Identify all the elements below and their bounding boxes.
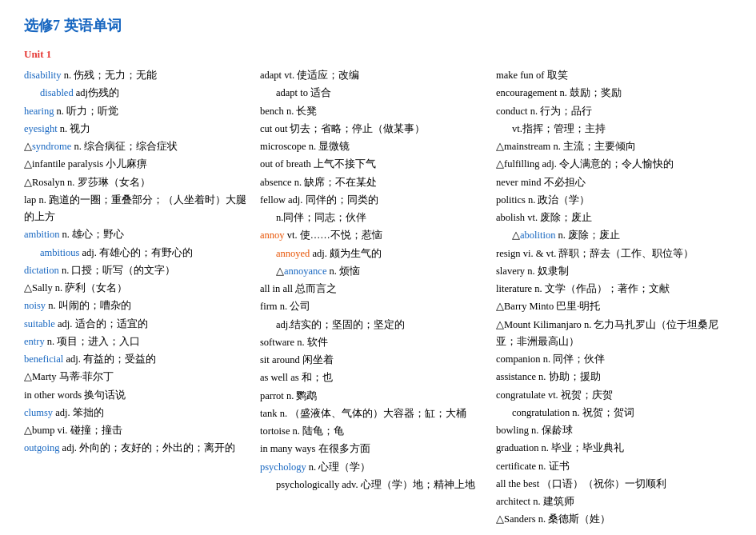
list-item: outgoing adj. 外向的；友好的；外出的；离开的	[24, 440, 252, 457]
list-item: △Mount Kilimanjaro n. 乞力马扎罗山（位于坦桑尼亚；非洲最高…	[496, 317, 724, 351]
list-item: assistance n. 协助；援助	[496, 369, 724, 385]
list-item: conduct n. 行为；品行	[496, 103, 724, 120]
list-item: out of breath 上气不接下气	[260, 156, 488, 173]
list-item: △syndrome n. 综合病征；综合症状	[24, 138, 252, 155]
column-1: disability n. 伤残；无力；无能disabled adj伤残的hea…	[24, 67, 260, 458]
list-item: △annoyance n. 烦恼	[260, 263, 488, 280]
list-item: tortoise n. 陆龟；龟	[260, 423, 488, 440]
list-item: clumsy adj. 笨拙的	[24, 405, 252, 421]
list-item: annoy vt. 使……不悦；惹恼	[260, 227, 488, 244]
list-item: bench n. 长凳	[260, 103, 488, 120]
list-item: resign vi. & vt. 辞职；辞去（工作、职位等）	[496, 246, 724, 262]
list-item: abolish vt. 废除；废止	[496, 210, 724, 226]
list-item: ambition n. 雄心；野心	[24, 226, 252, 243]
list-item: △fulfilling adj. 令人满意的；令人愉快的	[496, 156, 724, 173]
list-item: fellow adj. 同伴的；同类的	[260, 192, 488, 209]
list-item: ambitious adj. 有雄心的；有野心的	[24, 245, 252, 262]
list-item: parrot n. 鹦鹉	[260, 388, 488, 405]
list-item: △infantile paralysis 小儿麻痹	[24, 156, 252, 173]
list-item: companion n. 同伴；伙伴	[496, 351, 724, 368]
list-item: slavery n. 奴隶制	[496, 263, 724, 280]
list-item: adj.结实的；坚固的；坚定的	[260, 317, 488, 333]
list-item: △abolition n. 废除；废止	[496, 227, 724, 244]
list-item: adapt to 适合	[260, 85, 488, 102]
list-item: beneficial adj. 有益的；受益的	[24, 351, 252, 368]
list-item: congratulation n. 祝贺；贺词	[496, 405, 724, 421]
column-3: make fun of 取笑encouragement n. 鼓励；奖励cond…	[496, 67, 732, 529]
list-item: △Sally n. 萨利（女名）	[24, 280, 252, 297]
list-item: psychology n. 心理（学）	[260, 459, 488, 476]
list-item: eyesight n. 视力	[24, 121, 252, 138]
list-item: hearing n. 听力；听觉	[24, 103, 252, 120]
list-item: certificate n. 证书	[496, 458, 724, 475]
list-item: as well as 和；也	[260, 369, 488, 386]
list-item: adapt vt. 使适应；改编	[260, 67, 488, 84]
list-item: firm n. 公司	[260, 298, 488, 315]
list-item: architect n. 建筑师	[496, 493, 724, 510]
list-item: graduation n. 毕业；毕业典礼	[496, 440, 724, 457]
list-item: △bump vi. 碰撞；撞击	[24, 422, 252, 439]
list-item: noisy n. 叫闹的；嘈杂的	[24, 297, 252, 314]
list-item: entry n. 项目；进入；入口	[24, 333, 252, 350]
list-item: △Marty 马蒂·菲尔丁	[24, 369, 252, 385]
list-item: congratulate vt. 祝贺；庆贺	[496, 387, 724, 404]
list-item: never mind 不必担心	[496, 174, 724, 191]
list-item: literature n. 文学（作品）；著作；文献	[496, 281, 724, 297]
list-item: encouragement n. 鼓励；奖励	[496, 85, 724, 102]
list-item: lap n. 跑道的一圈；重叠部分；（人坐着时）大腿的上方	[24, 192, 252, 226]
list-item: microscope n. 显微镜	[260, 138, 488, 155]
list-item: suitable adj. 适合的；适宜的	[24, 316, 252, 333]
content-columns: disability n. 伤残；无力；无能disabled adj伤残的hea…	[24, 67, 732, 529]
list-item: dictation n. 口授；听写（的文字）	[24, 262, 252, 279]
list-item: tank n. （盛液体、气体的）大容器；缸；大桶	[260, 405, 488, 422]
list-item: △Sanders n. 桑德斯（姓）	[496, 511, 724, 528]
list-item: △Barry Minto 巴里·明托	[496, 298, 724, 315]
list-item: sit around 闲坐着	[260, 352, 488, 369]
list-item: absence n. 缺席；不在某处	[260, 174, 488, 191]
list-item: n.同伴；同志；伙伴	[260, 210, 488, 226]
list-item: software n. 软件	[260, 334, 488, 351]
unit-label: Unit 1	[24, 48, 732, 61]
list-item: psychologically adv. 心理（学）地；精神上地	[260, 477, 488, 493]
list-item: vt.指挥；管理；主持	[496, 121, 724, 138]
list-item: △mainstream n. 主流；主要倾向	[496, 138, 724, 155]
list-item: disability n. 伤残；无力；无能	[24, 67, 252, 84]
page-title: 选修7 英语单词	[24, 16, 732, 35]
list-item: annoyed adj. 颇为生气的	[260, 246, 488, 262]
list-item: in many ways 在很多方面	[260, 441, 488, 457]
list-item: cut out 切去；省略；停止（做某事）	[260, 121, 488, 138]
column-2: adapt vt. 使适应；改编adapt to 适合bench n. 长凳cu…	[260, 67, 496, 494]
list-item: disabled adj伤残的	[24, 85, 252, 102]
list-item: all the best （口语）（祝你）一切顺利	[496, 476, 724, 493]
list-item: △Rosalyn n. 罗莎琳（女名）	[24, 174, 252, 191]
list-item: all in all 总而言之	[260, 281, 488, 297]
list-item: in other words 换句话说	[24, 387, 252, 404]
list-item: make fun of 取笑	[496, 67, 724, 84]
list-item: politics n. 政治（学）	[496, 192, 724, 209]
list-item: bowling n. 保龄球	[496, 422, 724, 439]
